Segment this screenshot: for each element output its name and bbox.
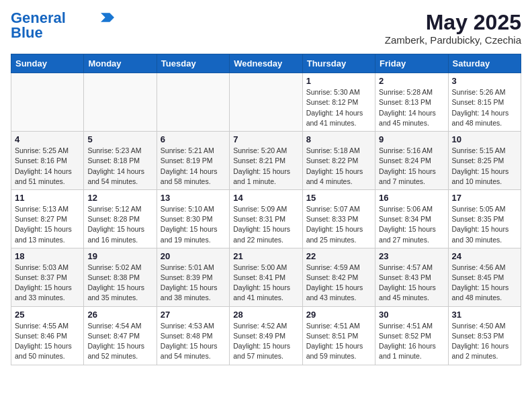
header-thursday: Thursday [302,54,375,73]
day-info: Sunrise: 4:51 AMSunset: 8:51 PMDaylight:… [306,321,371,362]
calendar-cell: 7Sunrise: 5:20 AMSunset: 8:21 PMDaylight… [230,132,302,190]
calendar-cell: 27Sunrise: 4:53 AMSunset: 8:48 PMDayligh… [157,306,229,365]
day-number: 19 [87,251,152,261]
calendar-cell: 6Sunrise: 5:21 AMSunset: 8:19 PMDaylight… [157,132,229,190]
calendar-cell: 25Sunrise: 4:55 AMSunset: 8:46 PMDayligh… [11,306,84,365]
page-header: General Blue May 2025 Zamberk, Pardubick… [11,11,521,46]
day-number: 12 [87,193,152,203]
header-saturday: Saturday [448,54,521,73]
day-number: 7 [233,134,298,144]
day-info: Sunrise: 5:02 AMSunset: 8:38 PMDaylight:… [87,263,152,304]
day-info: Sunrise: 5:21 AMSunset: 8:19 PMDaylight:… [161,146,226,187]
day-number: 15 [306,193,371,203]
day-number: 30 [379,310,444,320]
day-number: 3 [452,76,517,86]
day-number: 9 [379,134,444,144]
day-info: Sunrise: 5:25 AMSunset: 8:16 PMDaylight:… [15,146,80,187]
calendar-cell: 5Sunrise: 5:23 AMSunset: 8:18 PMDaylight… [84,132,157,190]
day-number: 8 [306,134,371,144]
day-info: Sunrise: 5:13 AMSunset: 8:27 PMDaylight:… [15,204,80,245]
day-info: Sunrise: 5:18 AMSunset: 8:22 PMDaylight:… [306,146,371,187]
calendar-cell: 13Sunrise: 5:10 AMSunset: 8:30 PMDayligh… [157,189,229,248]
day-number: 21 [233,251,298,261]
day-number: 11 [15,193,80,203]
header-tuesday: Tuesday [157,54,229,73]
calendar-cell: 12Sunrise: 5:12 AMSunset: 8:28 PMDayligh… [84,189,157,248]
day-number: 14 [233,193,298,203]
calendar-header-row: SundayMondayTuesdayWednesdayThursdayFrid… [11,54,521,73]
logo: General Blue [11,11,114,40]
calendar-cell: 3Sunrise: 5:26 AMSunset: 8:15 PMDaylight… [448,73,521,132]
calendar-table: SundayMondayTuesdayWednesdayThursdayFrid… [11,54,521,365]
header-monday: Monday [84,54,157,73]
day-info: Sunrise: 5:06 AMSunset: 8:34 PMDaylight:… [379,204,444,245]
day-info: Sunrise: 5:09 AMSunset: 8:31 PMDaylight:… [233,204,298,245]
header-wednesday: Wednesday [230,54,302,73]
day-info: Sunrise: 5:15 AMSunset: 8:25 PMDaylight:… [452,146,517,187]
calendar-cell: 9Sunrise: 5:16 AMSunset: 8:24 PMDaylight… [375,132,448,190]
day-number: 1 [306,76,371,86]
logo-icon [101,13,114,22]
calendar-cell: 30Sunrise: 4:51 AMSunset: 8:52 PMDayligh… [375,306,448,365]
calendar-cell: 31Sunrise: 4:50 AMSunset: 8:53 PMDayligh… [448,306,521,365]
calendar-cell: 2Sunrise: 5:28 AMSunset: 8:13 PMDaylight… [375,73,448,132]
day-number: 29 [306,310,371,320]
day-number: 26 [87,310,152,320]
day-number: 28 [233,310,298,320]
calendar-cell: 24Sunrise: 4:56 AMSunset: 8:45 PMDayligh… [448,248,521,306]
day-info: Sunrise: 4:54 AMSunset: 8:47 PMDaylight:… [87,321,152,362]
svg-marker-0 [101,13,114,21]
calendar-cell: 1Sunrise: 5:30 AMSunset: 8:12 PMDaylight… [302,73,375,132]
day-info: Sunrise: 5:10 AMSunset: 8:30 PMDaylight:… [161,204,226,245]
day-info: Sunrise: 5:03 AMSunset: 8:37 PMDaylight:… [15,263,80,304]
week-row-4: 18Sunrise: 5:03 AMSunset: 8:37 PMDayligh… [11,248,521,306]
calendar-cell: 17Sunrise: 5:05 AMSunset: 8:35 PMDayligh… [448,189,521,248]
calendar-cell: 22Sunrise: 4:59 AMSunset: 8:42 PMDayligh… [302,248,375,306]
header-friday: Friday [375,54,448,73]
calendar-cell: 29Sunrise: 4:51 AMSunset: 8:51 PMDayligh… [302,306,375,365]
day-number: 22 [306,251,371,261]
day-info: Sunrise: 5:30 AMSunset: 8:12 PMDaylight:… [306,87,371,128]
day-number: 4 [15,134,80,144]
calendar-cell: 18Sunrise: 5:03 AMSunset: 8:37 PMDayligh… [11,248,84,306]
calendar-cell: 16Sunrise: 5:06 AMSunset: 8:34 PMDayligh… [375,189,448,248]
day-number: 17 [452,193,517,203]
logo-blue-text: Blue [11,26,43,40]
week-row-3: 11Sunrise: 5:13 AMSunset: 8:27 PMDayligh… [11,189,521,248]
title-block: May 2025 Zamberk, Pardubicky, Czechia [385,11,521,46]
day-info: Sunrise: 5:23 AMSunset: 8:18 PMDaylight:… [87,146,152,187]
header-sunday: Sunday [11,54,84,73]
calendar-cell: 10Sunrise: 5:15 AMSunset: 8:25 PMDayligh… [448,132,521,190]
day-info: Sunrise: 4:55 AMSunset: 8:46 PMDaylight:… [15,321,80,362]
day-number: 20 [161,251,226,261]
logo-text: General [11,11,66,26]
day-info: Sunrise: 4:50 AMSunset: 8:53 PMDaylight:… [452,321,517,362]
day-info: Sunrise: 4:52 AMSunset: 8:49 PMDaylight:… [233,321,298,362]
day-number: 27 [161,310,226,320]
calendar-cell: 15Sunrise: 5:07 AMSunset: 8:33 PMDayligh… [302,189,375,248]
day-info: Sunrise: 4:53 AMSunset: 8:48 PMDaylight:… [161,321,226,362]
calendar-cell [230,73,302,132]
calendar-cell: 8Sunrise: 5:18 AMSunset: 8:22 PMDaylight… [302,132,375,190]
day-number: 24 [452,251,517,261]
day-number: 18 [15,251,80,261]
week-row-1: 1Sunrise: 5:30 AMSunset: 8:12 PMDaylight… [11,73,521,132]
calendar-cell [84,73,157,132]
calendar-cell: 11Sunrise: 5:13 AMSunset: 8:27 PMDayligh… [11,189,84,248]
calendar-cell: 14Sunrise: 5:09 AMSunset: 8:31 PMDayligh… [230,189,302,248]
day-info: Sunrise: 5:01 AMSunset: 8:39 PMDaylight:… [161,263,226,304]
day-number: 16 [379,193,444,203]
calendar-cell: 19Sunrise: 5:02 AMSunset: 8:38 PMDayligh… [84,248,157,306]
calendar-cell [157,73,229,132]
calendar-cell: 20Sunrise: 5:01 AMSunset: 8:39 PMDayligh… [157,248,229,306]
day-info: Sunrise: 5:26 AMSunset: 8:15 PMDaylight:… [452,87,517,128]
day-number: 2 [379,76,444,86]
day-number: 10 [452,134,517,144]
day-number: 23 [379,251,444,261]
day-info: Sunrise: 5:28 AMSunset: 8:13 PMDaylight:… [379,87,444,128]
day-info: Sunrise: 4:56 AMSunset: 8:45 PMDaylight:… [452,263,517,304]
day-number: 5 [87,134,152,144]
calendar-cell: 28Sunrise: 4:52 AMSunset: 8:49 PMDayligh… [230,306,302,365]
day-info: Sunrise: 4:57 AMSunset: 8:43 PMDaylight:… [379,263,444,304]
day-info: Sunrise: 5:05 AMSunset: 8:35 PMDaylight:… [452,204,517,245]
